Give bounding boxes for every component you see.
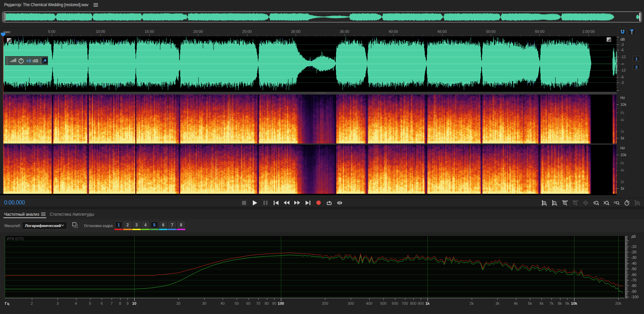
y-axis-tick-label: -10 [631, 244, 636, 249]
db-scale-label: -6 [620, 48, 624, 52]
zoom-reset-button[interactable] [583, 200, 589, 206]
skip-selection-button[interactable] [337, 200, 343, 206]
hold-frame-2-button[interactable]: 2 [124, 222, 131, 228]
overview-waveform [5, 13, 641, 21]
snap-toggle-button[interactable] [619, 28, 627, 36]
editor-titlebar: Редактор: The Chemical Wedding [restored… [0, 0, 644, 10]
timed-record-button[interactable] [624, 200, 630, 206]
magnet-icon [620, 29, 625, 35]
y-axis-unit: дБ [631, 234, 636, 238]
tab-frequency-analysis[interactable]: Частотный анализ [4, 209, 46, 219]
wave-spectral-divider[interactable] [3, 92, 617, 95]
db-scale-label: -12 [620, 55, 626, 59]
y-axis-tick-label: -90 [631, 289, 636, 293]
waveform-editor[interactable]: +0 dB [0, 36, 617, 195]
loop-playback-button[interactable] [326, 200, 332, 206]
tab-amplitude-statistics[interactable]: Статистика Амплитуды [50, 209, 94, 219]
tab-label: Частотный анализ [4, 212, 39, 217]
analysis-controls: Масштаб: Логарифмический Остановка кадра… [0, 219, 644, 232]
spectral-display[interactable] [3, 95, 617, 194]
x-axis-tick-label: 10 [132, 301, 136, 305]
ruler-time-label: 20:00 [194, 29, 203, 34]
zoom-to-in-point-button[interactable] [593, 200, 599, 206]
time-display[interactable]: 0:00.000 [4, 200, 25, 206]
tab-menu-icon[interactable] [41, 212, 46, 216]
hold-frame-5-button[interactable]: 5 [151, 222, 158, 228]
y-axis-tick-label: -50 [631, 267, 636, 271]
zoom-to-out-point-button[interactable] [603, 200, 609, 206]
record-button[interactable] [315, 200, 321, 206]
editor-title: Редактор: The Chemical Wedding [restored… [4, 2, 88, 7]
hz-scale-label: 10k [620, 102, 627, 106]
transport-bar: 0:00.000 [0, 198, 644, 207]
hold-frame-1-button[interactable]: 1 [115, 222, 122, 228]
zoom-out-vertical-button[interactable] [552, 200, 558, 206]
x-axis-tick-label: 20k [615, 301, 621, 305]
marker-toggle-button[interactable] [628, 28, 636, 36]
drag-handle-icon[interactable] [6, 56, 8, 65]
channel-1-button[interactable]: 1 [633, 56, 640, 62]
timeline-ruler[interactable]: чмс 5:0010:0015:0020:0025:0030:0035:0040… [0, 28, 617, 37]
playhead-line [3, 36, 3, 194]
hold-frame-5-color [150, 229, 159, 230]
skip-back-button[interactable] [273, 200, 279, 206]
hold-frame-4-button[interactable]: 4 [142, 222, 149, 228]
y-axis-tick-label: -60 [631, 273, 636, 277]
y-axis-tick-label: -100 [631, 295, 639, 299]
overview-left-handle[interactable] [3, 13, 6, 21]
x-axis-tick-label: 20 [176, 301, 181, 305]
knob-icon[interactable] [18, 58, 24, 64]
x-axis-tick-label: 600 [392, 301, 398, 305]
waveform-display[interactable] [3, 36, 617, 91]
x-axis-tick-label: 800 [410, 301, 416, 305]
x-axis-tick-label: 2 [31, 301, 33, 305]
play-button[interactable] [252, 200, 258, 206]
frequency-analysis-panel: ИТК (CTI) Гц дБ 234567891020304050607080… [0, 232, 644, 314]
x-axis-tick-label: 2k [470, 301, 474, 305]
hold-frame-8-button[interactable]: 8 [177, 222, 185, 228]
stop-button[interactable] [241, 200, 247, 206]
ruler-time-label: 1:00:00 [582, 29, 595, 34]
hold-frame-4-color [141, 229, 150, 230]
zoom-in-horizontal-button[interactable] [562, 200, 568, 206]
overview-right-handle[interactable] [639, 13, 641, 21]
y-axis-tick-label: -40 [631, 261, 636, 265]
rewind-button[interactable] [284, 200, 289, 206]
hamburger-icon[interactable] [94, 3, 98, 7]
hold-frame-7-color [168, 229, 176, 230]
x-axis-tick-label: 1k [425, 301, 430, 305]
pin-icon[interactable] [42, 58, 48, 64]
hz-scale-label: 4k [620, 118, 624, 122]
hud-gain-value[interactable]: +0 [26, 58, 31, 63]
x-axis-tick-label: 4k [514, 301, 518, 305]
amplitude-zoom-button[interactable] [634, 200, 640, 206]
x-axis-tick-label: 5k [528, 301, 532, 305]
hold-frame-1-color [114, 229, 123, 230]
zoom-out-horizontal-button[interactable] [572, 200, 578, 206]
zoom-in-vertical-button[interactable] [542, 200, 547, 206]
corner-widget-right-icon[interactable] [607, 37, 611, 42]
hold-frame-8-color [177, 229, 185, 230]
pause-button[interactable] [262, 200, 268, 206]
db-scale-label: -∞ [620, 62, 624, 66]
copy-frame-icon[interactable] [72, 222, 78, 228]
scale-rail: dB-3-3-6-6-12-12-∞ Hz10k6k4k2k1kHz10k6k4… [617, 36, 644, 195]
y-axis-tick-label: -20 [631, 250, 636, 254]
x-axis-tick-label: 80 [264, 301, 269, 305]
x-axis-tick-label: 400 [366, 301, 372, 305]
fast-forward-button[interactable] [294, 200, 300, 206]
overview-strip[interactable] [2, 11, 642, 23]
levels-icon [10, 58, 16, 63]
scale-dropdown[interactable]: Логарифмический [22, 222, 67, 229]
zoom-to-selection-button[interactable] [614, 200, 619, 206]
channel-2-button[interactable]: 2 [633, 64, 640, 70]
corner-widget-left-icon[interactable] [7, 38, 11, 42]
hold-frame-7-button[interactable]: 7 [169, 222, 176, 228]
ruler-time-label: 15:00 [145, 29, 154, 34]
divider-drag-handle[interactable] [315, 92, 326, 94]
hold-frame-3-button[interactable]: 3 [133, 222, 140, 228]
hold-frame-6-button[interactable]: 6 [160, 222, 167, 228]
skip-forward-button[interactable] [305, 200, 311, 206]
audition-app: Редактор: The Chemical Wedding [restored… [0, 0, 644, 314]
gain-hud[interactable]: +0 dB [5, 56, 48, 65]
